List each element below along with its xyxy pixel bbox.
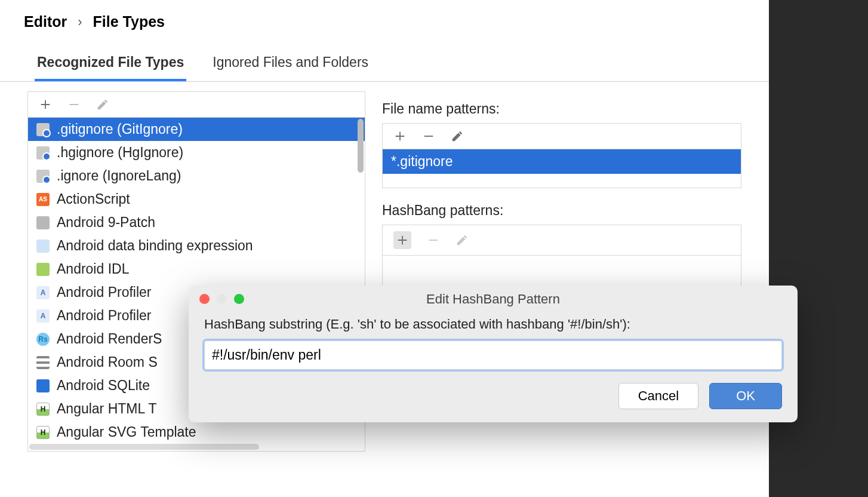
filetype-label: Android 9-Patch <box>57 214 155 231</box>
settings-window: Editor › File Types Recognized File Type… <box>0 0 769 497</box>
filetype-label: .hgignore (HgIgnore) <box>57 145 183 161</box>
filetype-icon <box>36 170 50 183</box>
button-label: OK <box>736 388 755 403</box>
filetype-icon <box>36 263 50 276</box>
window-controls <box>199 294 244 304</box>
plus-icon <box>39 98 52 111</box>
filetype-label: Android data binding expression <box>57 238 253 254</box>
hashbang-patterns-label: HashBang patterns: <box>382 203 741 219</box>
pencil-icon <box>455 234 469 247</box>
filetype-label: .ignore (IgnoreLang) <box>57 168 181 184</box>
filetype-label: ActionScript <box>57 191 130 207</box>
cancel-button[interactable]: Cancel <box>618 383 698 409</box>
tab-bar: Recognized File Types Ignored Files and … <box>0 36 769 82</box>
button-label: Cancel <box>638 388 679 403</box>
filetype-row[interactable]: Android data binding expression <box>28 234 365 257</box>
edit-pattern-button[interactable] <box>451 130 464 143</box>
minimize-window-button[interactable] <box>217 294 227 304</box>
filetype-row[interactable]: .gitignore (GitIgnore) <box>28 118 365 141</box>
scrollbar-thumb[interactable] <box>358 119 364 173</box>
filetype-icon <box>36 216 50 229</box>
filetype-label: Android Profiler <box>57 308 152 324</box>
filetype-row[interactable]: .ignore (IgnoreLang) <box>28 164 365 188</box>
edit-hashbang-button[interactable] <box>455 234 469 247</box>
edit-filetype-button[interactable] <box>96 98 109 111</box>
plus-icon <box>393 130 407 143</box>
remove-pattern-button[interactable] <box>422 130 435 143</box>
minus-icon <box>422 130 435 143</box>
tab-label: Ignored Files and Folders <box>213 54 368 70</box>
add-pattern-button[interactable] <box>393 130 407 143</box>
filetype-row[interactable]: .hgignore (HgIgnore) <box>28 141 365 164</box>
filename-patterns-panel: *.gitignore <box>382 123 741 188</box>
filetype-icon: A <box>36 286 50 299</box>
filename-patterns-toolbar <box>383 124 741 149</box>
pencil-icon <box>96 98 109 111</box>
breadcrumb-parent[interactable]: Editor <box>24 13 67 30</box>
dialog-button-row: Cancel OK <box>204 383 782 409</box>
filetype-label: Android Room S <box>57 354 158 370</box>
dialog-titlebar[interactable]: Edit HashBang Pattern <box>189 286 798 313</box>
filetype-row[interactable]: ASActionScript <box>28 188 365 211</box>
filetype-icon <box>36 356 50 369</box>
dialog-title: Edit HashBang Pattern <box>189 292 798 307</box>
filetype-icon: AS <box>36 193 50 206</box>
close-window-button[interactable] <box>199 294 210 304</box>
ok-button[interactable]: OK <box>709 383 782 409</box>
plus-icon <box>396 234 409 247</box>
filetypes-toolbar <box>28 92 365 118</box>
horizontal-scrollbar[interactable] <box>28 443 365 451</box>
hashbang-input[interactable] <box>204 340 782 370</box>
chevron-right-icon: › <box>78 14 82 30</box>
remove-filetype-button[interactable] <box>67 98 81 111</box>
breadcrumb-current: File Types <box>93 13 165 30</box>
remove-hashbang-button[interactable] <box>427 234 440 247</box>
filetype-label: Angular SVG Template <box>57 424 196 440</box>
filetype-icon <box>36 379 50 392</box>
zoom-window-button[interactable] <box>234 294 244 304</box>
filetype-row[interactable]: Android 9-Patch <box>28 211 365 234</box>
edit-hashbang-dialog: Edit HashBang Pattern HashBang substring… <box>189 286 798 422</box>
filetype-icon: H <box>36 426 50 439</box>
minus-icon <box>427 234 440 247</box>
hashbang-patterns-toolbar <box>383 225 741 256</box>
dialog-body: HashBang substring (E.g. 'sh' to be asso… <box>189 313 798 422</box>
hashbang-input-label: HashBang substring (E.g. 'sh' to be asso… <box>204 317 782 332</box>
tab-ignored-files[interactable]: Ignored Files and Folders <box>210 54 371 81</box>
filetype-icon <box>36 123 50 136</box>
filetype-icon <box>36 240 50 253</box>
filetype-label: Android SQLite <box>57 378 150 394</box>
filetype-icon: H <box>36 403 50 416</box>
filetype-label: Android IDL <box>57 261 129 277</box>
minus-icon <box>67 98 81 111</box>
filetype-icon: Rs <box>36 333 50 346</box>
filename-patterns-label: File name patterns: <box>382 101 741 117</box>
pattern-row[interactable]: *.gitignore <box>383 149 741 174</box>
filename-patterns-list[interactable]: *.gitignore <box>383 149 741 188</box>
filetype-label: Android RenderS <box>57 331 162 347</box>
filetype-label: .gitignore (GitIgnore) <box>57 121 183 137</box>
filetype-label: Android Profiler <box>57 284 152 300</box>
pencil-icon <box>451 130 464 143</box>
add-filetype-button[interactable] <box>39 98 52 111</box>
add-hashbang-button[interactable] <box>393 231 411 249</box>
filetype-icon <box>36 146 50 159</box>
filetype-row[interactable]: Android IDL <box>28 257 365 281</box>
tab-label: Recognized File Types <box>37 54 184 70</box>
filetype-label: Angular HTML T <box>57 401 156 417</box>
tab-recognized-file-types[interactable]: Recognized File Types <box>35 54 186 81</box>
scrollbar-thumb[interactable] <box>29 444 259 450</box>
filetype-icon: A <box>36 309 50 323</box>
breadcrumb: Editor › File Types <box>0 0 769 36</box>
filetype-row[interactable]: HAngular SVG Template <box>28 421 365 444</box>
